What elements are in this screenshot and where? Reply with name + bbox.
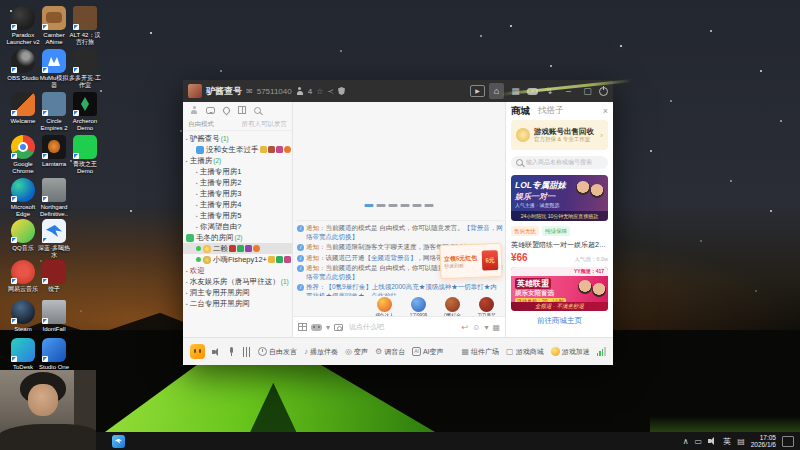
emoji-icon[interactable]: ☺ [472,323,480,332]
tree-item-host-room-3[interactable]: ▪主播专用房3 [183,188,292,199]
game-icon [479,297,494,312]
voice-change-button[interactable]: ◎变声 [345,347,368,357]
mixer-button[interactable]: ⚙调音台 [375,347,405,357]
desktop-icon-edge[interactable]: Microsoft Edge [6,178,40,218]
lol-companion-banner[interactable]: LOL专属甜妹 娱乐一对一 人气主播 · 诚意甄选 24小时陪玩 10分钟无响应… [511,175,608,221]
message-link[interactable]: 【0氪9暴打金】 [326,283,372,290]
window-titlebar[interactable]: 驴酱查号 ✉ 57511040 4 ☆ ≺ ▶ ⌂ ▦ ↯ – ▢ [183,80,613,102]
screenshot-icon[interactable] [334,324,343,331]
board-icon[interactable] [238,106,246,114]
desktop-icon-welcame[interactable]: Welcame [6,92,40,125]
chat-bubble-icon[interactable] [206,107,215,114]
tab-partner[interactable]: 找搭子 [538,105,564,117]
accompany-button[interactable]: ♪播放伴奏 [304,347,338,357]
live-mode-icon[interactable]: ▶ [470,85,485,97]
touch-keyboard-icon[interactable]: ▤ [737,437,745,446]
add-friend-icon[interactable] [190,106,198,114]
shop-search-box[interactable]: 输入商品名称或编号搜索 [511,156,608,169]
desktop-icon-alt42[interactable]: ALT 42：汉宫行旅 [68,6,102,46]
desktop-icon-todesk[interactable]: ToDesk [6,338,40,371]
desktop-icon-netease-music[interactable]: 网易云音乐 [6,260,40,293]
speaker-icon[interactable] [212,347,221,356]
desktop-icon-qq-music[interactable]: QQ音乐 [6,219,40,252]
tree-item-second-room[interactable]: ▪二台专用开黑房间 [183,298,292,309]
message-link[interactable]: 【全频道背景音】 [365,254,417,261]
red-envelope-icon[interactable]: 5元 [482,250,499,271]
tree-item-user-xiaohai[interactable]: 小嗨Fishepy12+ [183,254,292,265]
online-dot-icon [196,246,201,251]
desktop-icon-qingmei[interactable]: 青玫之王 Demo [68,135,102,175]
mode-row[interactable]: 自由模式 所有人可以发言 [183,118,292,131]
more-panel-icon[interactable]: ▦ [492,323,500,332]
search-icon[interactable] [254,107,261,114]
tree-item-owner-room[interactable]: ▪洞主专用开黑房间 [183,287,292,298]
share-icon[interactable]: ≺ [327,87,334,96]
tray-chevron-up-icon[interactable]: ∧ [683,437,689,446]
desktop-icon-deep-blue[interactable]: 深蓝·多喝热水 [37,219,71,259]
widgets-plaza-button[interactable]: ▦组件广场 [462,347,500,357]
tab-mall[interactable]: 商城 [511,105,530,118]
taskbar-app-bluebird[interactable] [112,435,125,448]
desktop-icon-mumu-emulator[interactable]: MuMu模拟器 [37,49,71,89]
ime-indicator[interactable]: 英 [723,436,731,447]
tray-display-icon[interactable]: ▭ [695,437,703,446]
info-icon: i [297,265,304,272]
game-boost-button[interactable]: 游戏加速 [551,347,590,357]
channel-avatar[interactable] [188,84,202,98]
home-tab-icon[interactable]: ⌂ [489,83,504,99]
tray-volume-icon[interactable] [708,437,717,446]
tree-item-freedom-room[interactable]: ▪你渴望自由? [183,221,292,232]
gift-icon[interactable] [298,323,307,331]
ai-voice-button[interactable]: AIAI变声 [412,347,443,357]
tree-item-maodong-room[interactable]: 毛冬的房间(2) [183,232,292,243]
chevron-down-icon[interactable]: ▾ [484,323,488,332]
tree-item-welcome[interactable]: ▪欢迎 [183,265,292,276]
lol-girl-companion-banner[interactable]: YY频道：417 英雄联盟 娱乐女陪首选 活动单价：20→/小时 全额退 · 不… [511,267,608,311]
toolbar-right-group: ▦组件广场 ▢游戏商城 游戏加速 [462,347,607,357]
chevron-down-icon[interactable]: ▾ [326,323,330,332]
penguin-icon [551,347,560,356]
tree-item-subroom[interactable]: 没和女生牵过手› [183,144,292,155]
mail-icon[interactable]: ✉ [246,87,253,96]
desktop-icon-steam[interactable]: Steam [6,300,40,333]
desktop-icon-camber-anime[interactable]: Camber Anime [37,6,71,46]
tree-item-host-room-4[interactable]: ▪主播专用房4 [183,199,292,210]
tree-item-host-room-1[interactable]: ▪主播专用房1 [183,166,292,177]
free-speak-button[interactable]: 自由发言 [258,347,297,357]
tree-item-host-rooms[interactable]: ▪主播房(2) [183,155,292,166]
notification-center-icon[interactable] [782,436,794,447]
desktop-icon-duoduo[interactable]: 多多开荒·工作室 [68,49,102,89]
tree-item-host-room-5[interactable]: ▪主播专用房5 [183,210,292,221]
desktop-icon-northgard[interactable]: Northgard Definitive.. [37,178,71,218]
product-title[interactable]: 英雄联盟陪练一对一娱乐超24… [511,240,608,250]
message-input[interactable]: 说点什么吧 [349,322,458,332]
desktop-icon-jiaozi[interactable]: 饺子 [37,260,71,293]
tree-item-host-room-2[interactable]: ▪主播专用房2 [183,177,292,188]
shield-icon[interactable] [338,87,345,95]
account-recycle-card[interactable]: 游戏账号出售回收 官方担保 & 专业工作室 › [511,120,608,150]
desktop-icon-obs-studio[interactable]: OBS Studio [6,49,40,82]
mixer-sliders-icon[interactable] [242,347,251,357]
desktop-icon-chrome[interactable]: Google Chrome [6,135,40,175]
desktop-icon-paradox-launcher[interactable]: Paradox Launcher v2 [6,6,40,46]
shop-home-link[interactable]: 前往商城主页 [511,316,608,326]
red-envelope-popup[interactable]: 立领5元红包 秒速到账 5元 [439,243,502,279]
close-icon[interactable]: × [603,106,608,116]
desktop-icon-circle-empires[interactable]: Circle Empires 2 [37,92,71,132]
game-mall-button[interactable]: ▢游戏商城 [506,347,544,357]
game-panel-icon[interactable] [311,324,322,331]
location-pin-icon[interactable] [222,105,232,115]
reply-icon[interactable]: ↩ [462,323,469,332]
tree-item-channel-root[interactable]: ▪驴酱查号(1) [183,133,292,144]
favorite-star-icon[interactable]: ☆ [316,87,323,96]
microphone-icon[interactable] [228,347,235,357]
chat-message-promo[interactable]: i推荐：【0氪9暴打金】上线领2000高充★顶级战神★一切靠打★内置挂机★保底回… [297,283,503,296]
close-power-button[interactable] [599,87,608,96]
desktop-icon-idontfall[interactable]: IdontFall [37,300,71,333]
taskbar-clock[interactable]: 17:05 2026/1/6 [751,434,776,449]
tree-item-fans-room[interactable]: ▪水友娱乐房（唐马甲往这）(1) [183,276,292,287]
yy-logo-icon[interactable] [190,344,205,359]
desktop-icon-archeron[interactable]: Archeron Demo [68,92,102,132]
desktop-icon-lamtarra[interactable]: Lamtarra [37,135,71,168]
tree-item-user-erlai[interactable]: 二赖 [183,243,292,254]
